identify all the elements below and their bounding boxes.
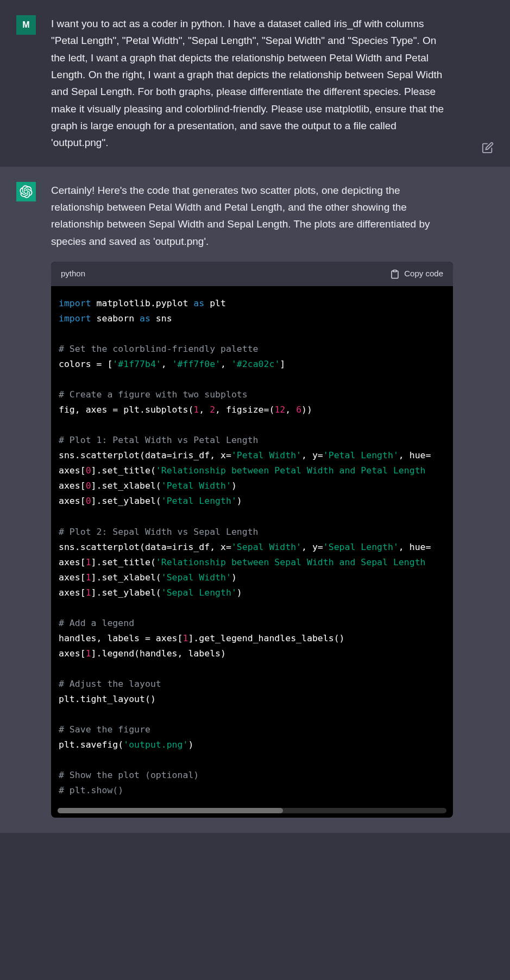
code-token: axes[ [59,480,86,491]
code-token: sns.scatterplot(data=iris_df, x= [59,542,231,552]
code-token: 'Sepal Length' [161,587,237,598]
code-token: 'output.png' [123,739,188,750]
horizontal-scrollbar[interactable] [58,808,446,813]
code-token: seaborn [91,313,140,324]
code-token: ].set_xlabel( [91,572,161,583]
assistant-avatar [16,182,36,201]
code-token: , [161,359,172,369]
code-token: 1 [86,587,91,598]
code-token: ) [231,572,237,583]
code-comment: # Save the figure [59,724,150,735]
code-token: axes[ [59,465,86,476]
code-token: 0 [86,480,91,491]
user-avatar: M [16,15,36,35]
code-token: , [285,404,296,415]
code-token: ].set_ylabel( [91,587,161,598]
code-token: 1 [86,648,91,659]
code-token: '#ff7f0e' [172,359,221,369]
code-token: plt [204,298,226,308]
copy-code-button[interactable]: Copy code [390,267,443,281]
code-token: axes[ [59,572,86,583]
assistant-logo-icon [20,185,33,198]
code-comment: # Show the plot (optional) [59,770,199,780]
code-token: 2 [210,404,215,415]
code-comment: # Create a figure with two subplots [59,389,248,400]
code-token: 'Relationship between Sepal Width and Se… [156,557,426,567]
code-token: 'Sepal Length' [323,542,399,552]
code-token: '#2ca02c' [231,359,280,369]
scrollbar-thumb[interactable] [58,808,283,813]
code-token: 0 [86,496,91,506]
code-token: , figsize=( [215,404,274,415]
code-token: fig, axes = plt.subplots( [59,404,193,415]
code-token: , hue= [399,450,431,460]
edit-icon [482,142,494,154]
code-token: ) [231,480,237,491]
code-token: , y= [301,542,323,552]
code-token: import [59,313,91,324]
user-avatar-letter: M [22,20,29,30]
code-header: python Copy code [51,262,453,286]
code-token: sns [150,313,172,324]
assistant-content: Certainly! Here's the code that generate… [51,182,453,818]
code-token: ].set_title( [91,465,156,476]
code-comment: # Adjust the layout [59,679,161,689]
code-block: python Copy code import matplotlib.pyplo… [51,262,453,818]
code-token: 'Petal Width' [161,480,231,491]
code-token: '#1f77b4' [112,359,161,369]
code-token: , hue= [399,542,431,552]
code-token: , [221,359,231,369]
code-comment: # Plot 1: Petal Width vs Petal Length [59,435,259,445]
code-token: axes[ [59,496,86,506]
code-token: axes[ [59,587,86,598]
code-token: axes[ [59,557,86,567]
code-comment: # Plot 2: Sepal Width vs Sepal Length [59,527,259,537]
code-token: ] [280,359,285,369]
code-token: axes[ [59,648,86,659]
assistant-intro-text: Certainly! Here's the code that generate… [51,182,453,250]
code-token: 1 [86,557,91,567]
code-comment: # Set the colorblind-friendly palette [59,344,259,354]
assistant-message-block: Certainly! Here's the code that generate… [0,167,510,833]
code-token: 1 [86,572,91,583]
code-token: matplotlib.pyplot [91,298,194,308]
code-comment: # plt.show() [59,785,123,795]
code-token: 'Petal Length' [161,496,237,506]
user-message-block: M I want you to act as a coder in python… [0,0,510,167]
code-token: plt.tight_layout() [59,694,156,704]
code-token: , y= [301,450,323,460]
code-token: , [199,404,210,415]
code-token: ) [237,587,242,598]
code-token: )) [301,404,312,415]
code-token: ].set_xlabel( [91,480,161,491]
code-token: as [193,298,204,308]
code-body[interactable]: import matplotlib.pyplot as plt import s… [51,286,453,808]
code-token: as [140,313,150,324]
code-token: ].legend(handles, labels) [91,648,226,659]
code-token: handles, labels = axes[ [59,633,182,643]
code-token: 'Relationship between Petal Width and Pe… [156,465,426,476]
code-token: 12 [274,404,285,415]
clipboard-icon [390,269,400,279]
code-language-label: python [61,267,85,281]
code-token: ].set_title( [91,557,156,567]
code-token: ].set_ylabel( [91,496,161,506]
code-token: ) [188,739,193,750]
code-token: 'Petal Width' [231,450,301,460]
code-token: 'Petal Length' [323,450,399,460]
code-token: ) [237,496,242,506]
code-token: 0 [86,465,91,476]
code-comment: # Add a legend [59,618,134,628]
code-token: 'Sepal Width' [231,542,301,552]
code-token: sns.scatterplot(data=iris_df, x= [59,450,231,460]
code-token: import [59,298,91,308]
edit-message-button[interactable] [482,142,494,156]
code-token: 1 [182,633,188,643]
code-token: 1 [193,404,199,415]
code-token: plt.savefig( [59,739,123,750]
code-token: 6 [296,404,301,415]
user-message-text: I want you to act as a coder in python. … [51,15,453,151]
code-token: 'Sepal Width' [161,572,231,583]
code-token: colors = [ [59,359,112,369]
code-token: ].get_legend_handles_labels() [188,633,344,643]
